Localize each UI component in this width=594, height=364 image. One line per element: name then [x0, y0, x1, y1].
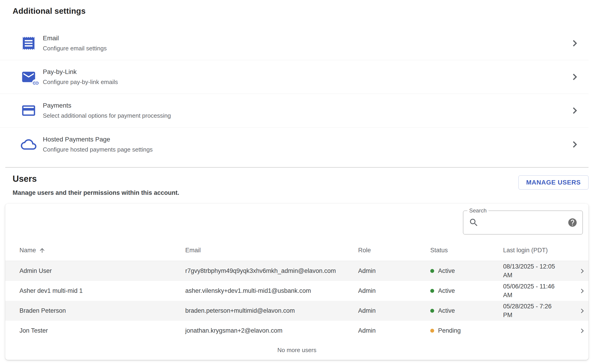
column-header-email: Email — [185, 247, 358, 254]
status-dot-pending — [430, 329, 434, 333]
user-email: jonathan.krygsman+2@elavon.com — [185, 327, 358, 334]
mail-link-icon — [21, 69, 36, 85]
settings-row-pay-by-link[interactable]: Pay-by-Link Configure pay-by-link emails — [0, 60, 588, 94]
table-row[interactable]: Jon Tester jonathan.krygsman+2@elavon.co… — [5, 321, 588, 341]
user-name: Jon Tester — [20, 327, 185, 334]
last-login: 05/28/2025 - 7:26 PM — [503, 302, 579, 320]
status-dot-active — [430, 269, 434, 273]
chevron-right-icon — [570, 39, 579, 48]
settings-row-title: Pay-by-Link — [43, 68, 118, 75]
user-email: braden.peterson+multimid@elavon.com — [185, 307, 358, 314]
users-description: Manage users and their permissions withi… — [13, 189, 179, 196]
user-email: r7gvy8trbphym49q9yqk3xhv6mkh_admin@elavo… — [185, 267, 358, 275]
users-heading: Users — [13, 174, 179, 184]
settings-row-subtitle: Configure email settings — [43, 45, 107, 52]
settings-row-subtitle: Configure hosted payments page settings — [43, 146, 153, 153]
settings-row-subtitle: Configure pay-by-link emails — [43, 79, 118, 86]
settings-list: Email Configure email settings Pay-by-Li… — [0, 27, 594, 161]
link-icon — [32, 79, 40, 87]
users-section: Users Manage users and their permissions… — [5, 167, 588, 360]
user-role: Admin — [358, 287, 430, 294]
last-login — [503, 327, 579, 334]
users-card: Search Name Email — [5, 204, 588, 360]
settings-row-payments[interactable]: Payments Select additional options for p… — [0, 94, 588, 128]
table-row[interactable]: Asher dev1 multi-mid 1 asher.vilensky+de… — [5, 281, 588, 301]
user-role: Admin — [358, 307, 430, 314]
settings-row-title: Hosted Payments Page — [43, 136, 153, 143]
status-dot-active — [430, 289, 434, 293]
status-badge: Active — [430, 287, 503, 294]
receipt-icon — [21, 35, 36, 51]
user-name: Asher dev1 multi-mid 1 — [20, 287, 185, 294]
last-login: 05/06/2025 - 11:46 AM — [503, 282, 579, 300]
credit-card-icon — [21, 103, 36, 118]
chevron-right-icon — [579, 327, 586, 334]
chevron-right-icon — [570, 140, 579, 149]
search-input[interactable] — [483, 213, 562, 232]
search-label: Search — [467, 207, 488, 214]
manage-users-button[interactable]: MANAGE USERS — [519, 175, 588, 189]
user-name: Admin User — [20, 267, 185, 275]
chevron-right-icon — [579, 307, 586, 314]
settings-row-title: Email — [43, 34, 107, 42]
help-icon[interactable] — [567, 217, 578, 228]
table-row[interactable]: Braden Peterson braden.peterson+multimid… — [5, 301, 588, 321]
column-header-role: Role — [358, 247, 430, 254]
settings-row-title: Payments — [43, 102, 171, 109]
user-role: Admin — [358, 267, 430, 275]
user-role: Admin — [358, 327, 430, 334]
additional-settings-page: Additional settings Email Configure emai… — [0, 7, 594, 360]
user-email: asher.vilensky+dev1.multi-mid1@usbank.co… — [185, 287, 358, 294]
status-dot-active — [430, 309, 434, 313]
chevron-right-icon — [570, 106, 579, 115]
user-name: Braden Peterson — [20, 307, 185, 314]
search-field: Search — [463, 211, 583, 234]
status-badge: Active — [430, 267, 503, 275]
status-badge: Active — [430, 307, 503, 314]
column-header-status: Status — [430, 247, 503, 254]
table-row[interactable]: Admin User r7gvy8trbphym49q9yqk3xhv6mkh_… — [5, 261, 588, 281]
search-icon — [469, 217, 479, 228]
status-badge: Pending — [430, 327, 503, 334]
table-footer: No more users — [5, 341, 588, 359]
column-header-last-login: Last login (PDT) — [503, 247, 579, 254]
chevron-right-icon — [579, 288, 586, 294]
chevron-right-icon — [570, 72, 579, 82]
settings-row-email[interactable]: Email Configure email settings — [0, 27, 588, 60]
settings-row-subtitle: Select additional options for payment pr… — [43, 112, 171, 119]
table-header: Name Email Role Status Last login (PDT) — [5, 240, 588, 261]
page-title: Additional settings — [13, 7, 594, 16]
sort-ascending-icon — [39, 247, 46, 254]
chevron-right-icon — [579, 268, 586, 275]
cloud-icon — [21, 137, 36, 152]
column-header-name[interactable]: Name — [20, 247, 185, 254]
last-login: 08/13/2025 - 12:05 AM — [503, 262, 579, 280]
settings-row-hosted-payments-page[interactable]: Hosted Payments Page Configure hosted pa… — [0, 128, 588, 161]
